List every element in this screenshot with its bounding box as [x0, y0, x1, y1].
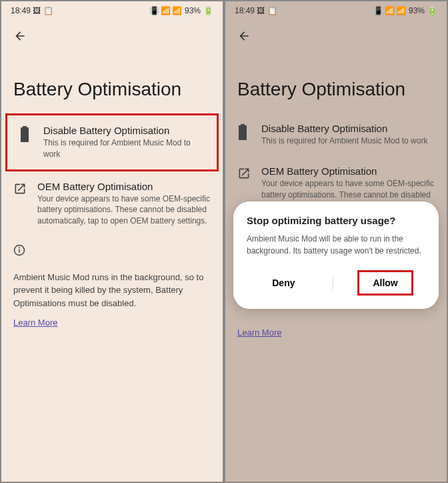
battery-percent: 93%: [185, 6, 201, 15]
option-desc: This is required for Ambient Music Mod t…: [43, 137, 205, 160]
disable-battery-option[interactable]: Disable Battery Optimisation This is req…: [5, 113, 219, 171]
status-icons: 📳 📶 📶: [149, 6, 182, 15]
signal-icon: 📶: [172, 6, 182, 15]
option-title: Disable Battery Optimisation: [261, 123, 435, 134]
battery-icon: [19, 126, 33, 142]
status-icons: 📳 📶 📶: [373, 6, 406, 15]
picture-icon: 🖼: [33, 6, 41, 15]
page-title: Battery Optimisation: [1, 52, 223, 113]
option-title: OEM Battery Optimisation: [261, 165, 435, 177]
info-text: Ambient Music Mod runs in the background…: [1, 271, 223, 310]
status-time: 18:49 🖼 📋: [235, 6, 277, 15]
dialog-title: Stop optimizing battery usage?: [247, 215, 425, 226]
clipboard-icon: 📋: [43, 6, 53, 15]
status-bar: 18:49 🖼 📋 📳 📶 📶 93% 🔋: [1, 1, 223, 20]
status-bar: 18:49 🖼 📋 📳 📶 📶 93% 🔋: [225, 1, 447, 20]
arrow-left-icon: [237, 29, 251, 43]
right-phone-screenshot: 18:49 🖼 📋 📳 📶 📶 93% 🔋 Battery Optimisati…: [224, 0, 448, 483]
signal-icon: 📶: [396, 6, 406, 15]
dialog-desc: Ambient Music Mod will be able to run in…: [247, 233, 425, 257]
clipboard-icon: 📋: [267, 6, 277, 15]
vibrate-icon: 📳: [373, 6, 383, 15]
option-title: Disable Battery Optimisation: [43, 125, 205, 136]
info-section: [1, 236, 223, 271]
permission-dialog: Stop optimizing battery usage? Ambient M…: [233, 201, 439, 309]
info-icon: [13, 244, 25, 256]
battery-icon: 🔋: [203, 6, 213, 15]
vibrate-icon: 📳: [149, 6, 159, 15]
wifi-icon: 📶: [161, 6, 171, 15]
svg-point-2: [19, 247, 20, 248]
button-divider: [333, 276, 333, 290]
option-desc: Your device appears to have some OEM-spe…: [37, 193, 211, 227]
back-button[interactable]: [225, 20, 447, 52]
arrow-left-icon: [13, 29, 27, 43]
disable-battery-option[interactable]: Disable Battery Optimisation This is req…: [225, 113, 447, 156]
external-link-icon: [13, 182, 27, 198]
learn-more-link[interactable]: Learn More: [1, 318, 69, 328]
wifi-icon: 📶: [385, 6, 395, 15]
svg-rect-1: [19, 249, 20, 252]
left-phone-screenshot: 18:49 🖼 📋 📳 📶 📶 93% 🔋 Battery Optimisati…: [0, 0, 224, 483]
battery-icon: 🔋: [427, 6, 437, 15]
option-desc: This is required for Ambient Music Mod t…: [261, 135, 435, 147]
allow-button[interactable]: Allow: [357, 270, 413, 296]
option-title: OEM Battery Optimisation: [37, 181, 211, 192]
deny-button[interactable]: Deny: [259, 272, 308, 294]
battery-icon: [237, 124, 251, 140]
back-button[interactable]: [1, 20, 223, 52]
battery-percent: 93%: [409, 6, 425, 15]
page-title: Battery Optimisation: [225, 52, 447, 113]
learn-more-link[interactable]: Learn More: [225, 328, 293, 338]
status-time: 18:49 🖼 📋: [11, 6, 53, 15]
picture-icon: 🖼: [257, 6, 265, 15]
oem-battery-option[interactable]: OEM Battery Optimisation Your device app…: [1, 171, 223, 236]
external-link-icon: [237, 167, 251, 183]
